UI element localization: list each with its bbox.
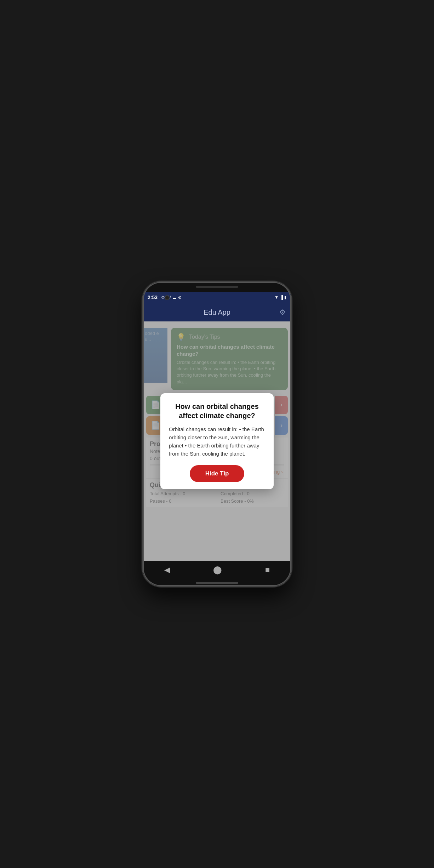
app-title: Edu App <box>204 308 230 316</box>
back-nav-button[interactable]: ◀ <box>164 565 170 575</box>
speaker-grille <box>196 286 238 288</box>
app-header: Edu App ⚙ <box>143 303 291 321</box>
hide-tip-button[interactable]: Hide Tip <box>190 465 245 482</box>
recents-nav-button[interactable]: ■ <box>265 565 270 575</box>
nav-bar: ◀ ⬤ ■ <box>143 561 291 579</box>
at-status-icon: ⊗ <box>178 295 182 300</box>
modal-overlay[interactable]: How can orbital changes affect climate c… <box>143 321 291 561</box>
modal-button-row: Hide Tip <box>169 465 265 482</box>
battery-icon: ▮ <box>284 295 286 300</box>
settings-gear-icon[interactable]: ⚙ <box>279 308 286 316</box>
modal-card: How can orbital changes affect climate c… <box>160 393 274 489</box>
home-nav-button[interactable]: ⬤ <box>213 565 222 575</box>
status-icons-left: ⚙ 🛡 ▬ ⊗ <box>161 295 182 300</box>
signal-icon: ▐ <box>280 295 283 299</box>
card-status-icon: ▬ <box>173 296 176 299</box>
wifi-icon: ▼ <box>274 295 279 300</box>
status-time: 2:53 <box>148 295 158 300</box>
front-camera <box>165 295 170 300</box>
main-content: oded e u... 💡 Today's Tips How can orbit… <box>143 321 291 561</box>
gesture-bar <box>196 582 238 584</box>
phone-top-bar <box>143 282 291 292</box>
phone-frame: 2:53 ⚙ 🛡 ▬ ⊗ ▼ ▐ ▮ Edu App ⚙ oded e u. <box>143 282 291 586</box>
modal-body: Orbital changes can result in: • the Ear… <box>169 425 265 458</box>
status-icons-right: ▼ ▐ ▮ <box>274 295 286 300</box>
phone-bottom-bar <box>143 579 291 586</box>
modal-title: How can orbital changes affect climate c… <box>169 402 265 420</box>
